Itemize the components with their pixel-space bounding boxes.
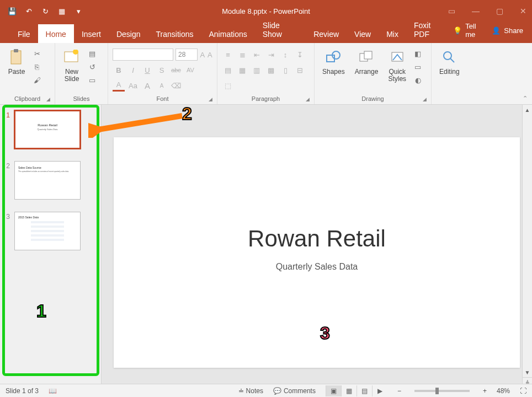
- columns-icon[interactable]: ▯: [279, 64, 291, 76]
- svg-point-9: [444, 52, 451, 60]
- quick-access-toolbar: 💾 ↶ ↻ ▦ ▾: [0, 0, 83, 22]
- zoom-percent[interactable]: 48%: [497, 387, 510, 395]
- decrease-indent-icon[interactable]: ⇤: [251, 49, 263, 61]
- thumbnail-3[interactable]: 3 2015 Sales Data: [3, 212, 98, 250]
- tab-transitions[interactable]: Transitions: [148, 24, 201, 43]
- collapse-ribbon-icon[interactable]: ⌃: [523, 95, 528, 102]
- arrange-button[interactable]: Arrange: [352, 46, 382, 78]
- tab-design[interactable]: Design: [109, 24, 148, 43]
- comments-button[interactable]: 💬Comments: [273, 387, 316, 395]
- font-size-combo[interactable]: [175, 49, 198, 61]
- scroll-up-icon[interactable]: ▲: [523, 105, 532, 115]
- scroll-track[interactable]: [523, 115, 532, 367]
- tab-insert[interactable]: Insert: [74, 24, 109, 43]
- underline-button[interactable]: U: [141, 64, 153, 76]
- maximize-icon[interactable]: ▢: [496, 7, 503, 15]
- quick-styles-button[interactable]: Quick Styles: [385, 46, 409, 85]
- shapes-button[interactable]: Shapes: [319, 46, 348, 78]
- char-spacing-button[interactable]: AV: [184, 64, 196, 76]
- section-icon[interactable]: ▭: [87, 75, 97, 85]
- zoom-out-icon[interactable]: −: [397, 387, 401, 395]
- normal-view-icon[interactable]: ▣: [326, 385, 341, 396]
- strikethrough-button[interactable]: abc: [170, 64, 182, 76]
- change-case-button[interactable]: Aa: [127, 79, 139, 92]
- shape-effects-icon[interactable]: ◐: [413, 75, 423, 85]
- thumb-preview[interactable]: Rowan Retail Quarterly Sales Data: [14, 110, 81, 149]
- layout-icon[interactable]: ▤: [87, 49, 97, 58]
- format-painter-icon[interactable]: 🖌: [32, 75, 42, 85]
- display-settings-icon[interactable]: ▭: [448, 7, 455, 15]
- scroll-down-icon[interactable]: ▼: [523, 367, 532, 377]
- undo-icon[interactable]: ↶: [24, 7, 33, 15]
- slide-indicator: Slide 1 of 3: [6, 387, 39, 395]
- align-text-icon[interactable]: ⊟: [294, 64, 306, 76]
- thumb-body: This spreadsheet includes an overview of…: [15, 170, 80, 173]
- shape-outline-icon[interactable]: ▭: [413, 62, 423, 72]
- tab-review[interactable]: Review: [306, 24, 347, 43]
- group-clipboard: Paste ✂ ⎘ 🖌 Clipboard◢: [0, 43, 55, 104]
- tab-animations[interactable]: Animations: [201, 24, 254, 43]
- font-launcher-icon[interactable]: ◢: [209, 96, 212, 102]
- italic-button[interactable]: I: [127, 64, 139, 76]
- spellcheck-icon[interactable]: 📖: [49, 387, 57, 395]
- align-left-icon[interactable]: ▤: [222, 64, 234, 76]
- thumbnail-1[interactable]: 1 Rowan Retail Quarterly Sales Data: [3, 110, 98, 149]
- bold-button[interactable]: B: [113, 64, 125, 76]
- text-direction-icon[interactable]: ↧: [294, 49, 306, 61]
- qat-more-icon[interactable]: ▾: [74, 7, 83, 15]
- slide-subtitle[interactable]: Quarterly Sales Data: [114, 262, 520, 272]
- redo-icon[interactable]: ↻: [41, 7, 50, 15]
- slide-canvas[interactable]: Rowan Retail Quarterly Sales Data: [114, 137, 520, 368]
- tab-view[interactable]: View: [347, 24, 379, 43]
- share-button[interactable]: 👤 Share: [492, 26, 523, 35]
- font-name-combo[interactable]: [113, 49, 173, 61]
- minimize-icon[interactable]: —: [472, 7, 480, 15]
- decrease-font-icon[interactable]: A: [156, 79, 168, 92]
- cut-icon[interactable]: ✂: [32, 49, 42, 58]
- paragraph-launcher-icon[interactable]: ◢: [306, 96, 310, 102]
- drawing-launcher-icon[interactable]: ◢: [423, 96, 427, 102]
- shadow-button[interactable]: S: [156, 64, 168, 76]
- numbering-icon[interactable]: ≣: [236, 49, 248, 61]
- shape-fill-icon[interactable]: ◧: [413, 49, 423, 58]
- increase-font-icon[interactable]: A: [141, 79, 153, 92]
- clipboard-launcher-icon[interactable]: ◢: [46, 96, 50, 102]
- tell-me[interactable]: 💡 Tell me: [453, 22, 482, 39]
- tab-home[interactable]: Home: [38, 24, 74, 43]
- slide-title[interactable]: Rowan Retail: [114, 226, 520, 252]
- tab-mix[interactable]: Mix: [379, 24, 406, 43]
- notes-button[interactable]: ≐Notes: [238, 387, 263, 395]
- thumb-preview[interactable]: Sales Data Source This spreadsheet inclu…: [14, 161, 81, 200]
- font-color-button[interactable]: A: [113, 79, 125, 92]
- clear-formatting-icon[interactable]: ⌫: [170, 79, 182, 92]
- copy-icon[interactable]: ⎘: [32, 62, 42, 72]
- thumb-preview[interactable]: 2015 Sales Data: [14, 212, 81, 250]
- save-icon[interactable]: 💾: [8, 7, 17, 15]
- editing-button[interactable]: Editing: [436, 46, 463, 78]
- zoom-in-icon[interactable]: +: [483, 387, 487, 395]
- new-slide-button[interactable]: New Slide: [60, 46, 84, 85]
- start-from-beginning-icon[interactable]: ▦: [57, 7, 66, 15]
- zoom-slider[interactable]: [414, 390, 470, 392]
- align-center-icon[interactable]: ▦: [236, 64, 248, 76]
- reading-view-icon[interactable]: ▤: [357, 385, 372, 396]
- close-icon[interactable]: ✕: [520, 7, 526, 15]
- smartart-icon[interactable]: ⬚: [222, 79, 234, 92]
- line-spacing-icon[interactable]: ↕: [279, 49, 291, 61]
- zoom-thumb[interactable]: [435, 388, 439, 394]
- sorter-view-icon[interactable]: ▦: [341, 385, 357, 396]
- slideshow-view-icon[interactable]: ▶: [372, 385, 387, 396]
- tab-file[interactable]: File: [10, 24, 38, 43]
- vertical-scrollbar[interactable]: ▲ ▼ ≜ ≛: [522, 105, 532, 397]
- shrink-font-icon[interactable]: A: [208, 49, 213, 61]
- grow-font-icon[interactable]: A: [200, 49, 205, 61]
- increase-indent-icon[interactable]: ⇥: [265, 49, 277, 61]
- paste-button[interactable]: Paste: [4, 46, 29, 78]
- arrange-icon: [358, 49, 375, 66]
- reset-icon[interactable]: ↺: [87, 62, 97, 72]
- bullets-icon[interactable]: ≡: [222, 49, 234, 61]
- justify-icon[interactable]: ▩: [265, 64, 277, 76]
- align-right-icon[interactable]: ▥: [251, 64, 263, 76]
- fit-to-window-icon[interactable]: ⛶: [520, 387, 526, 395]
- thumbnail-2[interactable]: 2 Sales Data Source This spreadsheet inc…: [3, 161, 98, 200]
